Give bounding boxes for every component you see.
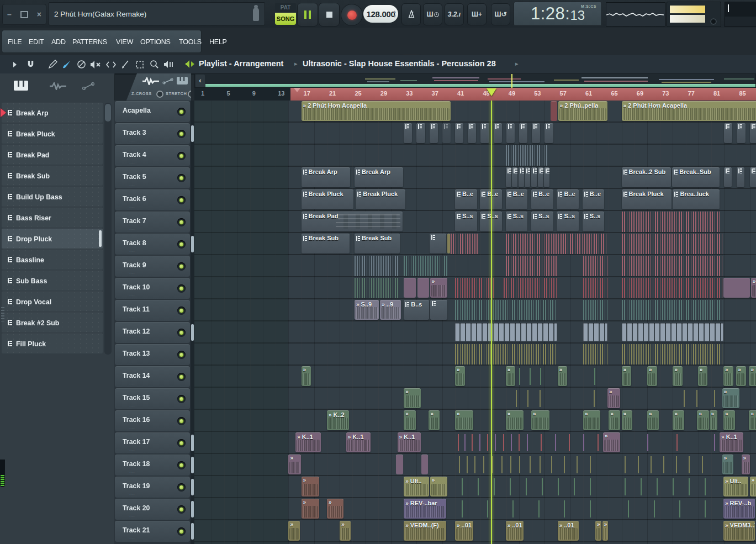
track-options-dots[interactable]: ··· [129,183,135,188]
pat-song-switch[interactable]: PAT SONG [275,3,296,25]
track-header-track-16[interactable]: Track 16··· [115,410,190,431]
track-header-track-12[interactable]: Track 12··· [115,322,190,343]
solid-clip[interactable] [396,455,403,474]
stems-clip[interactable] [622,256,724,276]
audio-clip[interactable]: » [430,278,447,298]
picker-scrollbar[interactable] [104,103,112,355]
stems-clip[interactable] [451,234,478,254]
pattern-item-drop-pluck[interactable]: Drop Pluck [2,229,103,249]
audio-clip-rev-b[interactable]: »REV-..b [723,499,755,519]
audio-clip--01[interactable]: »..01 [558,521,579,541]
audio-clip-rev-bar[interactable]: »REV-..bar [404,499,446,519]
menu-edit[interactable]: EDIT [29,38,44,46]
audio-clip[interactable]: » [622,410,633,430]
audio-clip[interactable]: » [558,366,568,386]
track-header-track-19[interactable]: Track 19··· [115,477,190,498]
track-options-dots[interactable]: ··· [129,492,135,497]
pat-mode-label[interactable]: PAT [275,3,296,13]
pattern-clip[interactable] [468,123,476,143]
audio-clip--01[interactable]: »..01 [506,521,524,541]
track-options-dots[interactable]: ··· [129,337,135,342]
menu-options[interactable]: OPTIONS [140,38,171,46]
thin-clip[interactable] [527,390,528,407]
solid-clip[interactable] [447,234,450,253]
track-options-dots[interactable]: ··· [129,382,135,387]
stems-clip[interactable] [583,256,607,276]
audio-clip-k-1[interactable]: »K..1 [295,432,320,452]
pattern-clip[interactable] [506,123,515,143]
stems-clip[interactable] [622,212,720,232]
picker-scrollbar-handle[interactable] [105,104,111,122]
pattern-clip-brea-luck[interactable]: Brea..luck [673,189,720,209]
track-options-dots[interactable]: ··· [129,249,135,254]
blend-recording-button[interactable]: Ш+ [467,3,487,25]
menu-help[interactable]: HELP [209,38,227,46]
draw-tool-button[interactable] [46,59,59,70]
thin-clip[interactable] [638,456,639,473]
audio-clip[interactable]: » [673,366,683,386]
track-header-track-20[interactable]: Track 20··· [115,499,190,520]
solid-clip[interactable] [723,278,750,298]
select-tool-button[interactable] [134,59,146,70]
loop-start-marker[interactable] [294,88,300,92]
pattern-clip-s-s[interactable]: S..s [455,212,477,231]
close-button[interactable]: × [37,10,41,18]
thin-clip[interactable] [540,390,541,407]
pattern-clip-b-e[interactable]: B..e [531,189,553,209]
pattern-clip[interactable] [494,123,502,143]
track-mute-led[interactable] [177,351,186,359]
playback-tool-button[interactable] [162,59,175,70]
thin-clip[interactable] [494,478,495,495]
track-header-track-18[interactable]: Track 18··· [115,455,190,476]
track-header-track-15[interactable]: Track 15··· [115,388,190,409]
stems-clip[interactable] [506,256,558,276]
track-options-dots[interactable]: ··· [129,315,135,320]
stems-clip[interactable] [506,145,548,166]
track-options-dots[interactable]: ··· [129,139,135,144]
thin-clip[interactable] [474,456,475,473]
pattern-clip-s-s[interactable]: S..s [506,212,528,231]
stems-clip[interactable] [455,300,557,320]
automation-tab-icon[interactable] [82,82,96,90]
thin-clip[interactable] [541,434,542,451]
thin-clip[interactable] [647,434,648,451]
thin-clip[interactable] [459,456,460,473]
pattern-clip[interactable] [544,167,549,187]
stems-clip[interactable] [455,278,495,298]
track-mute-led[interactable] [177,505,186,514]
track-mute-led[interactable] [177,395,186,403]
audio-clip[interactable]: » [710,410,717,430]
audio-clip[interactable]: » [723,366,733,386]
audio-clip[interactable]: » [603,432,620,452]
thin-clip[interactable] [462,500,463,517]
delete-tool-button[interactable] [75,59,87,70]
audio-clip[interactable]: » [506,410,524,430]
track-mute-led[interactable] [177,108,186,116]
thin-clip[interactable] [583,434,584,451]
audio-clip-2-ph-t-h-n-acapella[interactable]: »2 Phút Hơn Acapella [622,101,756,121]
patterns-tab-piano-icon[interactable] [14,81,28,91]
stems-clip[interactable] [622,234,724,254]
audio-clip[interactable]: » [751,278,756,298]
audio-clip[interactable]: » [622,366,632,386]
track-mute-led[interactable] [177,439,186,447]
audio-clip-k-1[interactable]: »K..1 [346,432,371,452]
stems-clip[interactable] [622,344,724,365]
track-mute-led[interactable] [177,417,186,425]
thin-clip[interactable] [540,368,541,385]
thin-clip[interactable] [564,456,565,473]
track-mute-led[interactable] [177,307,186,315]
pattern-clip[interactable] [724,123,732,143]
metronome-button[interactable] [401,3,421,25]
track-mute-led[interactable] [177,174,186,182]
audio-clip[interactable]: » [609,410,620,430]
menu-tools[interactable]: TOOLS [179,38,202,46]
pattern-clip-break-pluck[interactable]: Break Pluck [622,189,672,209]
audio-clip--9[interactable]: »..9 [380,300,400,320]
thin-clip[interactable] [558,478,559,495]
thin-clip[interactable] [705,500,706,517]
pattern-clip-s-s[interactable]: S..s [557,212,579,231]
pattern-clip[interactable] [519,167,524,187]
playback-buffer-panel[interactable] [725,2,756,27]
track-header-acapella[interactable]: Acapella··· [115,101,190,122]
